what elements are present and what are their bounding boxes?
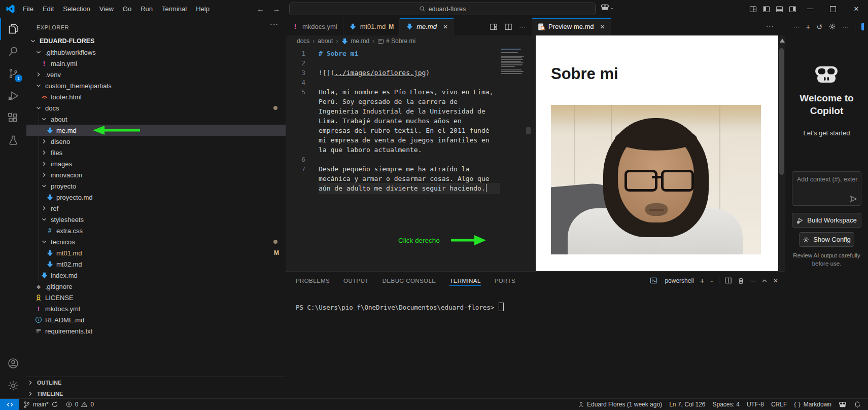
preview-more-actions-icon[interactable]: ··· xyxy=(766,22,774,30)
tree-item-footer-html[interactable]: <>footer.html xyxy=(26,91,286,102)
shell-label[interactable]: powershell xyxy=(665,277,693,284)
tree-item-main-yml[interactable]: !main.yml xyxy=(26,58,286,69)
maximize-panel-icon[interactable] xyxy=(761,277,768,284)
more-actions-icon[interactable]: ··· xyxy=(519,23,526,30)
split-terminal-icon[interactable] xyxy=(724,277,732,284)
panel-tab-problems[interactable]: PROBLEMS xyxy=(296,272,330,289)
tree-item-readme-md[interactable]: README.md xyxy=(26,314,286,325)
tree-item-me-md[interactable]: me.md xyxy=(26,125,286,136)
toggle-secondary-sidebar-icon[interactable] xyxy=(789,6,796,13)
show-config-button[interactable]: Show Config xyxy=(799,232,854,247)
panel-more-actions-icon[interactable]: ··· xyxy=(750,277,756,284)
menu-item-terminal[interactable]: Terminal xyxy=(157,5,191,13)
code-editor[interactable]: 1# Sobre mi23![](../images/pioflores.jpg… xyxy=(286,47,532,193)
tab-preview-me-md[interactable]: Preview me.md ✕ xyxy=(532,18,611,35)
menu-item-run[interactable]: Run xyxy=(136,5,157,13)
preview-scrollbar[interactable] xyxy=(779,48,784,175)
panel-tab-output[interactable]: OUTPUT xyxy=(343,272,369,289)
activity-testing-icon[interactable] xyxy=(0,129,26,152)
language-mode-status[interactable]: { }Markdown xyxy=(790,399,835,410)
toggle-panel-icon[interactable] xyxy=(776,6,783,13)
tree-item-docs[interactable]: docs xyxy=(26,102,286,114)
kill-terminal-icon[interactable] xyxy=(737,277,745,284)
eol-status[interactable]: CRLF xyxy=(768,399,790,410)
account-icon[interactable] xyxy=(0,352,26,375)
split-editor-icon[interactable] xyxy=(504,23,512,31)
outline-section[interactable]: OUTLINE xyxy=(26,377,286,388)
forward-icon[interactable]: → xyxy=(272,5,280,13)
tree-item-stylesheets[interactable]: stylesheets xyxy=(26,214,286,225)
build-workspace-button[interactable]: Build Workspace xyxy=(792,213,861,228)
manage-gear-icon[interactable] xyxy=(0,375,26,397)
panel-tab-ports[interactable]: PORTS xyxy=(495,272,515,289)
history-icon[interactable]: ↺ xyxy=(816,23,822,31)
notifications-bell-icon[interactable] xyxy=(850,399,864,410)
git-blame-status[interactable]: Eduard Flores (1 week ago) xyxy=(574,399,666,410)
menu-item-go[interactable]: Go xyxy=(118,5,136,13)
new-chat-icon[interactable]: + xyxy=(806,22,811,31)
tree-item-gitignore[interactable]: ◆.gitignore xyxy=(26,281,286,292)
menu-item-file[interactable]: File xyxy=(18,5,38,13)
menu-item-help[interactable]: Help xyxy=(191,5,214,13)
minimize-button[interactable] xyxy=(798,0,821,18)
tree-item-requirements-txt[interactable]: requirements.txt xyxy=(26,325,286,337)
tree-item-proyecto-md[interactable]: proyecto.md xyxy=(26,192,286,203)
tree-item-images[interactable]: images xyxy=(26,158,286,169)
tree-item-mt01-md[interactable]: mt01.mdM xyxy=(26,247,286,258)
menu-item-edit[interactable]: Edit xyxy=(38,5,58,13)
breadcrumb-me-md[interactable]: me.md xyxy=(341,38,369,45)
panel-tab-terminal[interactable]: TERMINAL xyxy=(449,272,480,289)
tree-item-about[interactable]: about xyxy=(26,114,286,125)
tree-item-custom-theme-partials[interactable]: custom_theme\partials xyxy=(26,80,286,91)
close-icon[interactable]: ✕ xyxy=(443,23,448,30)
activity-explorer-icon[interactable] xyxy=(0,18,26,40)
timeline-section[interactable]: TIMELINE xyxy=(26,388,286,399)
activity-source-control-icon[interactable]: 1 xyxy=(0,62,26,85)
activity-run-and-debug-icon[interactable] xyxy=(0,85,26,107)
tab-mkdocs-yml[interactable]: !mkdocs.yml xyxy=(286,18,343,35)
tree-item-diseno[interactable]: diseno xyxy=(26,136,286,147)
tree-item-github-workflows[interactable]: .github\workflows xyxy=(26,47,286,58)
tree-item-venv[interactable]: .venv xyxy=(26,69,286,80)
close-icon[interactable]: ✕ xyxy=(600,23,605,30)
close-panel-icon[interactable]: ✕ xyxy=(773,277,778,284)
problems-status[interactable]: 0 0 xyxy=(62,399,97,410)
git-branch-status[interactable]: main* xyxy=(19,399,62,410)
command-center-search[interactable]: eduard-flores xyxy=(289,3,596,15)
send-icon[interactable] xyxy=(850,195,857,203)
indentation-status[interactable]: Spaces: 4 xyxy=(709,399,743,410)
tree-item-innovacion[interactable]: innovacion xyxy=(26,169,286,180)
breadcrumb-sobre-mi[interactable]: # Sobre mi xyxy=(377,38,415,45)
new-terminal-icon[interactable]: + xyxy=(700,276,705,285)
panel-tab-debug-console[interactable]: DEBUG CONSOLE xyxy=(383,272,436,289)
more-actions-icon[interactable]: ··· xyxy=(842,23,849,30)
minimap[interactable] xyxy=(501,49,529,99)
tab-me-md[interactable]: me.md✕ xyxy=(400,18,454,35)
explorer-more-actions-icon[interactable]: ··· xyxy=(270,20,279,28)
tree-item-proyecto[interactable]: proyecto xyxy=(26,180,286,192)
scroll-up-icon[interactable] xyxy=(780,39,785,43)
more-icon[interactable]: ··· xyxy=(793,23,800,30)
copilot-menu-button[interactable]: ⌄ xyxy=(601,4,614,11)
tree-item-files[interactable]: files xyxy=(26,147,286,158)
breadcrumb-docs[interactable]: docs xyxy=(297,38,309,45)
open-preview-side-icon[interactable] xyxy=(490,23,498,31)
tree-item-tecnicos[interactable]: tecnicos xyxy=(26,236,286,247)
tree-item-index-md[interactable]: index.md xyxy=(26,270,286,281)
tree-item-license[interactable]: LICENSE xyxy=(26,292,286,303)
tree-item-mt02-md[interactable]: mt02.md xyxy=(26,258,286,270)
tree-root-eduard-flores[interactable]: EDUARD-FLORES xyxy=(26,35,286,47)
toggle-sidebar-icon[interactable] xyxy=(762,6,770,13)
back-icon[interactable]: ← xyxy=(257,5,264,13)
breadcrumb-about[interactable]: about xyxy=(318,38,333,45)
cursor-position-status[interactable]: Ln 7, Col 126 xyxy=(666,399,709,410)
sash-handle[interactable] xyxy=(526,127,531,134)
close-button[interactable]: ✕ xyxy=(845,0,868,18)
maximize-button[interactable] xyxy=(821,0,845,18)
settings-gear-icon[interactable] xyxy=(828,23,836,30)
terminal[interactable]: PS C:\Users\pio_f\OneDrive\Documentos\ed… xyxy=(286,289,785,311)
activity-extensions-icon[interactable] xyxy=(0,107,26,129)
remote-indicator[interactable] xyxy=(0,399,19,410)
tree-item-extra-css[interactable]: #extra.css xyxy=(26,225,286,236)
tree-item-mkdocs-yml[interactable]: !mkdocs.yml xyxy=(26,303,286,314)
